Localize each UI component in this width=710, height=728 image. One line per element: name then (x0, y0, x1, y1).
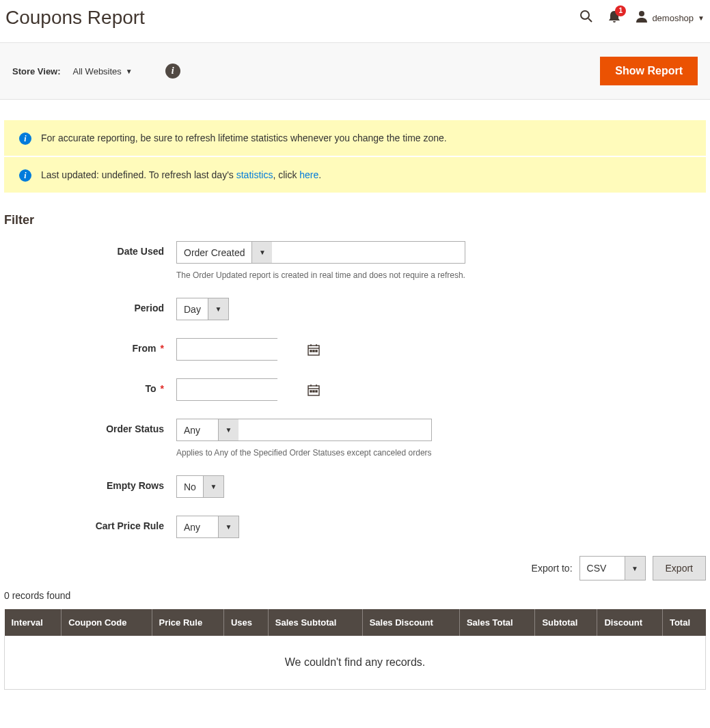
store-view-bar: Store View: All Websites ▼ i Show Report (0, 42, 710, 100)
store-view-label: Store View: (12, 66, 61, 76)
export-format-select[interactable]: CSV ▼ (579, 556, 646, 580)
search-icon[interactable] (579, 10, 593, 27)
date-used-hint: The Order Updated report is created in r… (176, 270, 465, 280)
chevron-down-icon: ▼ (208, 298, 228, 320)
col-subtotal[interactable]: Subtotal (535, 609, 597, 636)
cart-rule-label: Cart Price Rule (0, 516, 176, 531)
svg-rect-15 (313, 391, 314, 392)
period-label: Period (0, 298, 176, 313)
svg-rect-14 (310, 391, 312, 392)
records-count: 0 records found (4, 590, 706, 601)
show-report-button[interactable]: Show Report (600, 57, 698, 85)
header-actions: 1 demoshop ▼ (579, 10, 705, 27)
chevron-down-icon: ▼ (203, 476, 223, 497)
svg-rect-8 (313, 350, 314, 352)
svg-rect-7 (310, 350, 312, 352)
date-used-select[interactable]: Order Created ▼ (176, 241, 465, 264)
info-message-timezone: For accurate reporting, be sure to refre… (4, 120, 706, 156)
chevron-down-icon: ▼ (251, 242, 272, 263)
notification-badge: 1 (615, 5, 626, 16)
svg-point-2 (639, 11, 644, 16)
info-message-last-updated: Last updated: undefined. To refresh last… (4, 157, 706, 193)
order-status-select[interactable]: Any ▼ (176, 419, 432, 441)
empty-rows-label: Empty Rows (0, 475, 176, 491)
store-view-select[interactable]: All Websites ▼ (73, 66, 133, 76)
chevron-down-icon: ▼ (126, 68, 133, 75)
empty-message: We couldn't find any records. (5, 636, 706, 690)
col-coupon-code[interactable]: Coupon Code (62, 609, 152, 636)
statistics-link[interactable]: statistics (236, 169, 273, 180)
page-title: Coupons Report (5, 7, 145, 29)
col-sales-subtotal[interactable]: Sales Subtotal (268, 609, 362, 636)
col-sales-discount[interactable]: Sales Discount (362, 609, 459, 636)
help-icon[interactable]: i (165, 64, 180, 79)
chevron-down-icon: ▼ (218, 516, 238, 537)
svg-point-0 (581, 11, 589, 19)
user-icon (636, 10, 648, 26)
col-total[interactable]: Total (662, 609, 705, 636)
col-interval[interactable]: Interval (5, 609, 62, 636)
cart-rule-select[interactable]: Any ▼ (176, 516, 239, 538)
svg-rect-9 (316, 350, 317, 352)
from-date-input[interactable] (176, 338, 277, 361)
svg-line-1 (588, 18, 592, 22)
col-uses[interactable]: Uses (223, 609, 268, 636)
export-button[interactable]: Export (653, 556, 706, 580)
chevron-down-icon: ▼ (218, 419, 238, 440)
table-header-row: Interval Coupon Code Price Rule Uses Sal… (5, 609, 706, 636)
col-sales-total[interactable]: Sales Total (459, 609, 535, 636)
report-table: Interval Coupon Code Price Rule Uses Sal… (4, 609, 706, 690)
chevron-down-icon: ▼ (698, 14, 705, 22)
empty-row: We couldn't find any records. (5, 636, 706, 690)
notifications-icon[interactable]: 1 (608, 10, 620, 27)
calendar-icon[interactable] (308, 339, 320, 360)
empty-rows-select[interactable]: No ▼ (176, 475, 224, 498)
col-discount[interactable]: Discount (597, 609, 662, 636)
to-date-input[interactable] (176, 378, 277, 401)
period-select[interactable]: Day ▼ (176, 298, 229, 320)
user-menu[interactable]: demoshop ▼ (636, 10, 705, 26)
order-status-hint: Applies to Any of the Specified Order St… (176, 448, 432, 458)
from-label: From (133, 343, 156, 354)
date-used-label: Date Used (0, 241, 176, 257)
calendar-icon[interactable] (308, 379, 320, 400)
filter-title: Filter (4, 213, 706, 227)
user-name: demoshop (652, 13, 694, 23)
to-label: To (145, 383, 156, 394)
refresh-here-link[interactable]: here (299, 169, 318, 180)
svg-rect-16 (316, 391, 317, 392)
col-price-rule[interactable]: Price Rule (152, 609, 223, 636)
order-status-label: Order Status (0, 419, 176, 434)
export-to-label: Export to: (532, 563, 573, 574)
chevron-down-icon: ▼ (625, 557, 645, 580)
